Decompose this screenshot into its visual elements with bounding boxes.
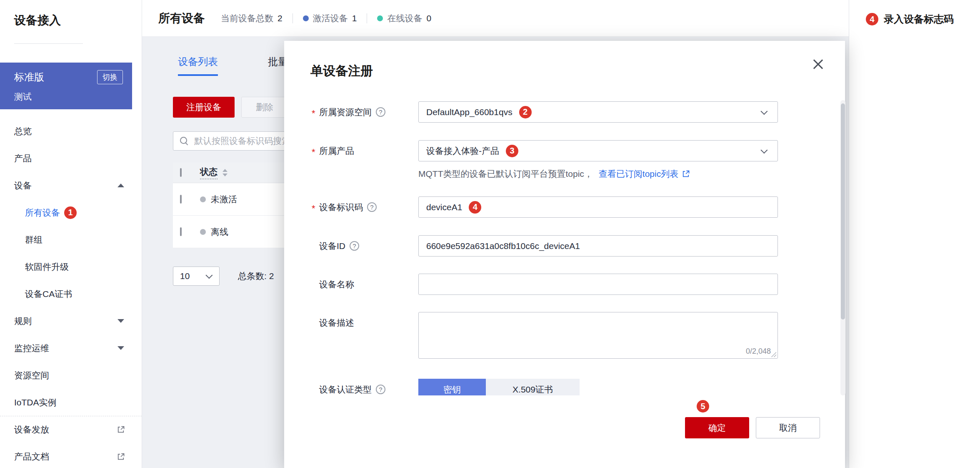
status-text: 未激活 <box>211 194 237 205</box>
close-icon[interactable] <box>811 57 826 72</box>
step-badge-4: 4 <box>469 201 481 214</box>
resize-handle[interactable] <box>770 351 776 357</box>
single-device-register-modal: 单设备注册 所属资源空间 ? DefaultApp_660b1qvs 2 所属产… <box>284 41 845 468</box>
sidebar-title: 设备接入 <box>0 0 142 28</box>
help-icon[interactable]: ? <box>376 385 385 394</box>
help-icon[interactable]: ? <box>350 241 359 251</box>
tab-device-list[interactable]: 设备列表 <box>178 55 218 76</box>
auth-option-secret[interactable]: 密钥 <box>418 379 486 395</box>
stat-value: 0 <box>426 13 431 23</box>
mqtt-topic-note: MQTT类型的设备已默认订阅平台预置topic， 查看已订阅topic列表 <box>418 168 690 180</box>
select-all-checkbox[interactable] <box>180 168 182 177</box>
device-name-input[interactable] <box>418 274 778 295</box>
sidebar-item-devices[interactable]: 设备 <box>0 172 142 199</box>
device-code-input[interactable]: deviceA1 4 <box>418 196 778 218</box>
edition-switch-button[interactable]: 切换 <box>97 70 123 84</box>
help-icon[interactable]: ? <box>376 107 385 117</box>
field-label: 设备标识码 ? <box>319 196 377 218</box>
resource-space-select[interactable]: DefaultApp_660b1qvs 2 <box>418 101 778 123</box>
divider <box>292 13 293 23</box>
sidebar-item-label: 产品文档 <box>14 451 49 463</box>
device-id-value: 660e9e592a631a0c8fb10c6c_deviceA1 <box>426 241 580 251</box>
stat-label: 激活设备 <box>313 13 348 24</box>
resource-space-value: DefaultApp_660b1qvs <box>426 107 512 117</box>
chevron-up-icon <box>118 184 124 187</box>
modal-scrollbar-thumb[interactable] <box>841 103 845 320</box>
confirm-button[interactable]: 确定 <box>685 417 749 438</box>
sidebar-item-rules[interactable]: 规则 <box>0 307 142 335</box>
stat-label: 当前设备总数 <box>221 13 273 24</box>
external-link-icon <box>117 425 125 434</box>
annotation-panel: 4 录入设备标志码 <box>849 0 980 468</box>
field-label: 设备认证类型 ? <box>319 379 385 395</box>
sidebar-item-overview[interactable]: 总览 <box>0 118 142 145</box>
online-dot-icon <box>377 15 383 21</box>
sidebar-menu: 总览 产品 设备 所有设备 1 群组 软固件升级 设备CA证书 <box>0 118 142 468</box>
field-label: 所属产品 <box>319 140 354 161</box>
product-select[interactable]: 设备接入体验-产品 3 <box>418 140 778 161</box>
sidebar-item-firmware-upgrade[interactable]: 软固件升级 <box>0 253 142 280</box>
annotation-text: 录入设备标志码 <box>884 13 954 26</box>
sidebar-item-device-ca-cert[interactable]: 设备CA证书 <box>0 280 142 307</box>
step-badge-2: 2 <box>519 106 532 118</box>
sidebar: 设备接入 标准版 切换 测试 总览 产品 设备 所有设备 1 <box>0 0 142 468</box>
sidebar-item-all-devices[interactable]: 所有设备 1 <box>0 199 142 226</box>
chevron-down-icon <box>760 108 768 115</box>
sidebar-item-label: 设备CA证书 <box>25 288 72 300</box>
sidebar-item-device-provisioning[interactable]: 设备发放 <box>0 416 142 443</box>
register-device-button[interactable]: 注册设备 <box>173 97 235 118</box>
page-size-select[interactable]: 10 <box>173 267 220 286</box>
sidebar-item-iotda-instances[interactable]: IoTDA实例 <box>0 389 142 416</box>
sidebar-item-products[interactable]: 产品 <box>0 145 142 172</box>
device-id-input[interactable]: 660e9e592a631a0c8fb10c6c_deviceA1 <box>418 235 778 257</box>
stat-total-devices: 当前设备总数 2 <box>221 13 282 24</box>
sidebar-item-monitoring[interactable]: 监控运维 <box>0 335 142 362</box>
device-code-value: deviceA1 <box>426 202 462 212</box>
chevron-down-icon <box>118 346 124 350</box>
help-icon[interactable]: ? <box>367 202 377 212</box>
stat-activated-devices: 激活设备 1 <box>303 13 357 24</box>
sidebar-item-label: 设备 <box>14 180 32 191</box>
app-window: 设备接入 标准版 切换 测试 总览 产品 设备 所有设备 1 <box>0 0 980 468</box>
product-value: 设备接入体验-产品 <box>426 145 499 157</box>
modal-title: 单设备注册 <box>310 63 373 80</box>
page-title: 所有设备 <box>158 10 205 26</box>
search-icon <box>180 137 188 145</box>
subscribed-topic-link[interactable]: 查看已订阅topic列表 <box>599 168 690 180</box>
auth-option-x509[interactable]: X.509证书 <box>486 379 580 395</box>
chevron-down-icon <box>760 146 768 153</box>
cancel-button[interactable]: 取消 <box>756 417 820 438</box>
chevron-down-icon <box>118 319 124 323</box>
sidebar-item-groups[interactable]: 群组 <box>0 226 142 253</box>
char-counter: 0/2,048 <box>746 347 771 356</box>
sidebar-item-label: IoTDA实例 <box>14 397 57 408</box>
modal-scrollbar-track[interactable] <box>840 100 845 395</box>
field-label: 设备名称 <box>319 274 354 295</box>
sort-icon[interactable] <box>222 169 228 176</box>
sidebar-item-label: 软固件升级 <box>25 261 69 273</box>
delete-button[interactable]: 删除 <box>241 97 288 118</box>
field-label: 所属资源空间 ? <box>319 101 385 123</box>
status-text: 离线 <box>211 226 228 238</box>
status-dot-icon <box>200 229 206 235</box>
modal-form-scroll-area: 所属资源空间 ? DefaultApp_660b1qvs 2 所属产品 设备接入… <box>284 100 845 395</box>
device-desc-textarea[interactable]: 0/2,048 <box>418 312 778 359</box>
stat-label: 在线设备 <box>387 13 422 24</box>
page-size-value: 10 <box>180 271 190 281</box>
stat-value: 1 <box>352 13 357 23</box>
external-link-icon <box>117 453 125 461</box>
status-dot-icon <box>200 196 206 202</box>
sidebar-item-product-docs[interactable]: 产品文档 <box>0 443 142 468</box>
edition-env: 测试 <box>14 91 123 103</box>
sidebar-item-label: 资源空间 <box>14 370 49 381</box>
status-column-header: 状态 <box>200 166 218 179</box>
chevron-down-icon <box>205 272 212 279</box>
row-checkbox[interactable] <box>180 227 182 236</box>
divider <box>367 13 367 23</box>
sidebar-item-label: 总览 <box>14 126 32 137</box>
row-checkbox[interactable] <box>180 195 182 204</box>
edition-box: 标准版 切换 测试 <box>0 63 132 109</box>
sidebar-item-resource-spaces[interactable]: 资源空间 <box>0 362 142 389</box>
external-link-icon <box>682 170 690 178</box>
sidebar-item-label: 监控运维 <box>14 342 49 354</box>
